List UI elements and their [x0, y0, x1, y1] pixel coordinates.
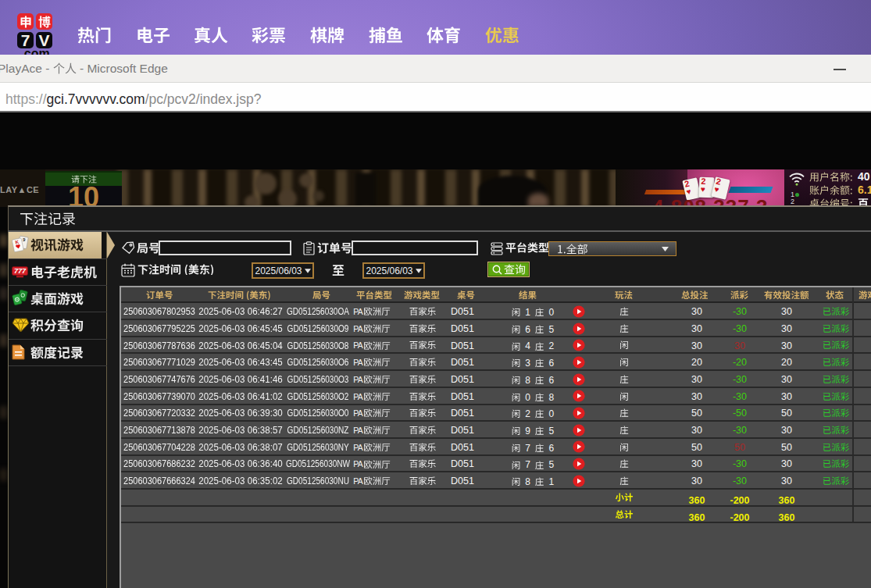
svg-text:777: 777	[14, 267, 27, 275]
